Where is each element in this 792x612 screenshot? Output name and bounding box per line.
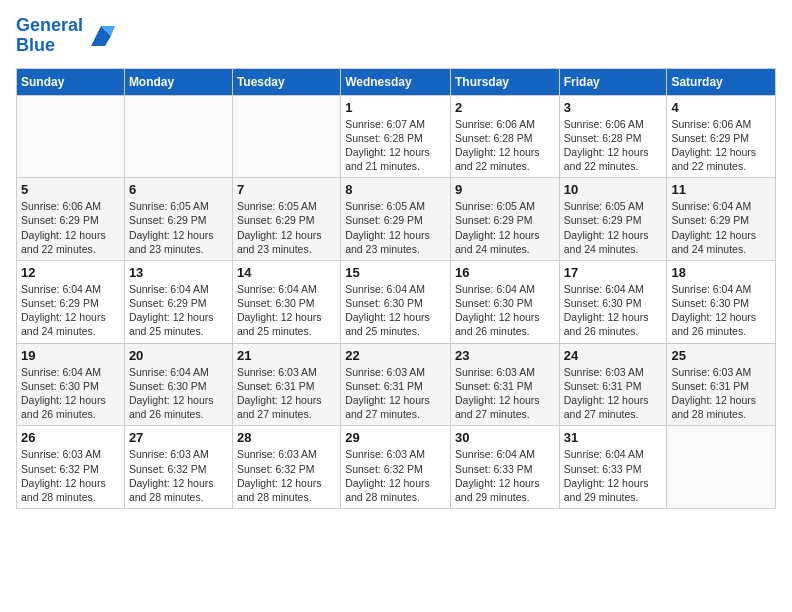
day-number: 30 — [455, 430, 555, 445]
calendar-header-row: SundayMondayTuesdayWednesdayThursdayFrid… — [17, 68, 776, 95]
day-number: 23 — [455, 348, 555, 363]
day-info: Sunrise: 6:03 AM Sunset: 6:32 PM Dayligh… — [129, 447, 228, 504]
calendar-week-row: 12Sunrise: 6:04 AM Sunset: 6:29 PM Dayli… — [17, 260, 776, 343]
day-info: Sunrise: 6:05 AM Sunset: 6:29 PM Dayligh… — [129, 199, 228, 256]
day-number: 9 — [455, 182, 555, 197]
calendar-week-row: 26Sunrise: 6:03 AM Sunset: 6:32 PM Dayli… — [17, 426, 776, 509]
col-header-saturday: Saturday — [667, 68, 776, 95]
day-number: 25 — [671, 348, 771, 363]
day-info: Sunrise: 6:04 AM Sunset: 6:33 PM Dayligh… — [564, 447, 663, 504]
day-number: 1 — [345, 100, 446, 115]
day-info: Sunrise: 6:04 AM Sunset: 6:30 PM Dayligh… — [129, 365, 228, 422]
calendar-cell: 4Sunrise: 6:06 AM Sunset: 6:29 PM Daylig… — [667, 95, 776, 178]
day-number: 19 — [21, 348, 120, 363]
day-number: 14 — [237, 265, 336, 280]
day-number: 7 — [237, 182, 336, 197]
calendar-cell: 1Sunrise: 6:07 AM Sunset: 6:28 PM Daylig… — [341, 95, 451, 178]
day-number: 31 — [564, 430, 663, 445]
day-info: Sunrise: 6:05 AM Sunset: 6:29 PM Dayligh… — [455, 199, 555, 256]
calendar-cell: 5Sunrise: 6:06 AM Sunset: 6:29 PM Daylig… — [17, 178, 125, 261]
calendar-cell: 21Sunrise: 6:03 AM Sunset: 6:31 PM Dayli… — [232, 343, 340, 426]
day-number: 12 — [21, 265, 120, 280]
day-number: 4 — [671, 100, 771, 115]
logo: General Blue — [16, 16, 115, 56]
day-info: Sunrise: 6:03 AM Sunset: 6:32 PM Dayligh… — [237, 447, 336, 504]
calendar-cell: 26Sunrise: 6:03 AM Sunset: 6:32 PM Dayli… — [17, 426, 125, 509]
day-number: 8 — [345, 182, 446, 197]
day-info: Sunrise: 6:04 AM Sunset: 6:30 PM Dayligh… — [564, 282, 663, 339]
day-info: Sunrise: 6:03 AM Sunset: 6:31 PM Dayligh… — [455, 365, 555, 422]
calendar-cell: 28Sunrise: 6:03 AM Sunset: 6:32 PM Dayli… — [232, 426, 340, 509]
col-header-tuesday: Tuesday — [232, 68, 340, 95]
day-info: Sunrise: 6:05 AM Sunset: 6:29 PM Dayligh… — [345, 199, 446, 256]
day-number: 26 — [21, 430, 120, 445]
day-number: 27 — [129, 430, 228, 445]
day-info: Sunrise: 6:05 AM Sunset: 6:29 PM Dayligh… — [237, 199, 336, 256]
calendar-cell: 8Sunrise: 6:05 AM Sunset: 6:29 PM Daylig… — [341, 178, 451, 261]
day-info: Sunrise: 6:03 AM Sunset: 6:31 PM Dayligh… — [564, 365, 663, 422]
day-number: 18 — [671, 265, 771, 280]
day-number: 21 — [237, 348, 336, 363]
calendar-cell: 2Sunrise: 6:06 AM Sunset: 6:28 PM Daylig… — [450, 95, 559, 178]
col-header-sunday: Sunday — [17, 68, 125, 95]
day-number: 17 — [564, 265, 663, 280]
calendar-cell — [232, 95, 340, 178]
calendar-week-row: 19Sunrise: 6:04 AM Sunset: 6:30 PM Dayli… — [17, 343, 776, 426]
day-number: 3 — [564, 100, 663, 115]
day-info: Sunrise: 6:04 AM Sunset: 6:30 PM Dayligh… — [237, 282, 336, 339]
day-info: Sunrise: 6:04 AM Sunset: 6:30 PM Dayligh… — [671, 282, 771, 339]
calendar-cell: 19Sunrise: 6:04 AM Sunset: 6:30 PM Dayli… — [17, 343, 125, 426]
col-header-friday: Friday — [559, 68, 667, 95]
day-info: Sunrise: 6:06 AM Sunset: 6:28 PM Dayligh… — [564, 117, 663, 174]
calendar-cell: 24Sunrise: 6:03 AM Sunset: 6:31 PM Dayli… — [559, 343, 667, 426]
calendar-cell: 11Sunrise: 6:04 AM Sunset: 6:29 PM Dayli… — [667, 178, 776, 261]
calendar-cell: 27Sunrise: 6:03 AM Sunset: 6:32 PM Dayli… — [124, 426, 232, 509]
calendar-table: SundayMondayTuesdayWednesdayThursdayFrid… — [16, 68, 776, 509]
day-info: Sunrise: 6:07 AM Sunset: 6:28 PM Dayligh… — [345, 117, 446, 174]
calendar-cell — [667, 426, 776, 509]
day-info: Sunrise: 6:04 AM Sunset: 6:29 PM Dayligh… — [21, 282, 120, 339]
calendar-week-row: 5Sunrise: 6:06 AM Sunset: 6:29 PM Daylig… — [17, 178, 776, 261]
col-header-thursday: Thursday — [450, 68, 559, 95]
day-number: 20 — [129, 348, 228, 363]
day-number: 24 — [564, 348, 663, 363]
calendar-cell: 7Sunrise: 6:05 AM Sunset: 6:29 PM Daylig… — [232, 178, 340, 261]
calendar-cell: 29Sunrise: 6:03 AM Sunset: 6:32 PM Dayli… — [341, 426, 451, 509]
day-info: Sunrise: 6:03 AM Sunset: 6:31 PM Dayligh… — [671, 365, 771, 422]
day-number: 29 — [345, 430, 446, 445]
calendar-cell: 6Sunrise: 6:05 AM Sunset: 6:29 PM Daylig… — [124, 178, 232, 261]
calendar-cell: 23Sunrise: 6:03 AM Sunset: 6:31 PM Dayli… — [450, 343, 559, 426]
calendar-cell: 15Sunrise: 6:04 AM Sunset: 6:30 PM Dayli… — [341, 260, 451, 343]
day-info: Sunrise: 6:06 AM Sunset: 6:28 PM Dayligh… — [455, 117, 555, 174]
calendar-cell: 18Sunrise: 6:04 AM Sunset: 6:30 PM Dayli… — [667, 260, 776, 343]
day-info: Sunrise: 6:05 AM Sunset: 6:29 PM Dayligh… — [564, 199, 663, 256]
calendar-cell: 25Sunrise: 6:03 AM Sunset: 6:31 PM Dayli… — [667, 343, 776, 426]
day-info: Sunrise: 6:04 AM Sunset: 6:30 PM Dayligh… — [455, 282, 555, 339]
calendar-cell: 14Sunrise: 6:04 AM Sunset: 6:30 PM Dayli… — [232, 260, 340, 343]
day-info: Sunrise: 6:06 AM Sunset: 6:29 PM Dayligh… — [21, 199, 120, 256]
calendar-cell — [17, 95, 125, 178]
day-number: 13 — [129, 265, 228, 280]
calendar-cell: 22Sunrise: 6:03 AM Sunset: 6:31 PM Dayli… — [341, 343, 451, 426]
day-number: 2 — [455, 100, 555, 115]
calendar-cell: 30Sunrise: 6:04 AM Sunset: 6:33 PM Dayli… — [450, 426, 559, 509]
calendar-cell: 20Sunrise: 6:04 AM Sunset: 6:30 PM Dayli… — [124, 343, 232, 426]
calendar-cell: 3Sunrise: 6:06 AM Sunset: 6:28 PM Daylig… — [559, 95, 667, 178]
day-number: 22 — [345, 348, 446, 363]
day-number: 16 — [455, 265, 555, 280]
calendar-cell: 10Sunrise: 6:05 AM Sunset: 6:29 PM Dayli… — [559, 178, 667, 261]
day-number: 5 — [21, 182, 120, 197]
day-info: Sunrise: 6:03 AM Sunset: 6:32 PM Dayligh… — [345, 447, 446, 504]
calendar-week-row: 1Sunrise: 6:07 AM Sunset: 6:28 PM Daylig… — [17, 95, 776, 178]
day-number: 15 — [345, 265, 446, 280]
logo-icon — [87, 22, 115, 50]
day-info: Sunrise: 6:04 AM Sunset: 6:29 PM Dayligh… — [671, 199, 771, 256]
col-header-wednesday: Wednesday — [341, 68, 451, 95]
day-info: Sunrise: 6:06 AM Sunset: 6:29 PM Dayligh… — [671, 117, 771, 174]
calendar-cell: 16Sunrise: 6:04 AM Sunset: 6:30 PM Dayli… — [450, 260, 559, 343]
calendar-cell: 13Sunrise: 6:04 AM Sunset: 6:29 PM Dayli… — [124, 260, 232, 343]
calendar-cell: 17Sunrise: 6:04 AM Sunset: 6:30 PM Dayli… — [559, 260, 667, 343]
calendar-cell — [124, 95, 232, 178]
day-info: Sunrise: 6:04 AM Sunset: 6:30 PM Dayligh… — [345, 282, 446, 339]
day-info: Sunrise: 6:04 AM Sunset: 6:30 PM Dayligh… — [21, 365, 120, 422]
